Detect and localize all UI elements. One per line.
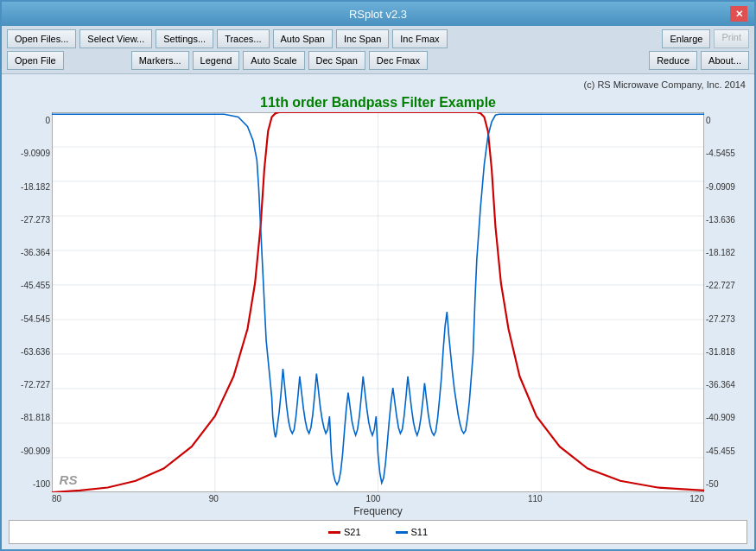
- y-right-tick-3: -13.636: [706, 215, 747, 225]
- y-left-tick-5: -45.455: [9, 281, 50, 290]
- y-left-tick-9: -81.818: [9, 413, 50, 422]
- y-left-tick-10: -90.909: [9, 446, 50, 456]
- auto-span-button[interactable]: Auto Span: [273, 29, 333, 48]
- x-axis-area: 80 90 100 110 120 Frequency: [52, 492, 704, 517]
- x-tick-90: 90: [209, 494, 219, 504]
- y-right-tick-5: -22.727: [706, 281, 747, 290]
- y-right-tick-1: -4.5455: [706, 149, 747, 158]
- x-axis-label: Frequency: [52, 505, 704, 517]
- y-right-tick-9: -40.909: [706, 413, 747, 422]
- y-right-tick-2: -9.0909: [706, 182, 747, 192]
- about-button[interactable]: About...: [701, 51, 749, 70]
- y-right-tick-4: -18.182: [706, 248, 747, 257]
- legend-label-s21: S21: [344, 527, 361, 537]
- y-right-tick-11: -50: [706, 479, 747, 489]
- dec-span-button[interactable]: Dec Span: [308, 51, 365, 70]
- toolbar-row-2: Open File Markers... Legend Auto Scale D…: [7, 51, 749, 70]
- y-left-tick-11: -100: [9, 479, 50, 489]
- y-right-tick-10: -45.455: [706, 446, 747, 456]
- x-tick-110: 110: [528, 494, 543, 504]
- y-left-tick-2: -18.182: [9, 182, 50, 192]
- chart-plot-area: RS: [52, 112, 704, 492]
- y-right-tick-8: -36.364: [706, 380, 747, 390]
- y-right-tick-6: -27.273: [706, 314, 747, 324]
- content-area: (c) RS Microwave Company, Inc. 2014 11th…: [2, 74, 754, 549]
- reduce-button[interactable]: Reduce: [649, 51, 697, 70]
- y-axis-right: 0 -4.5455 -9.0909 -13.636 -18.182 -22.72…: [704, 112, 749, 492]
- inc-fmax-button[interactable]: Inc Fmax: [392, 29, 447, 48]
- y-right-tick-0: 0: [706, 116, 747, 125]
- enlarge-button[interactable]: Enlarge: [662, 29, 710, 48]
- legend-color-s21: [328, 531, 340, 534]
- settings-button[interactable]: Settings...: [156, 29, 213, 48]
- inc-span-button[interactable]: Inc Span: [336, 29, 389, 48]
- y-axis-left: 0 -9.0909 -18.182 -27.273 -36.364 -45.45…: [7, 112, 52, 492]
- y-left-tick-0: 0: [9, 116, 50, 125]
- print-button-disabled: Print: [714, 29, 749, 48]
- chart-title: 11th order Bandpass Filter Example: [7, 92, 749, 112]
- legend-bar: S21 S11: [9, 520, 747, 544]
- y-left-tick-3: -27.273: [9, 215, 50, 225]
- select-view-button[interactable]: Select View...: [79, 29, 152, 48]
- markers-button[interactable]: Markers...: [131, 51, 189, 70]
- legend-item-s11: S11: [396, 527, 429, 537]
- close-button[interactable]: ✕: [730, 6, 747, 22]
- chart-svg: RS: [52, 112, 704, 492]
- y-left-tick-8: -72.727: [9, 380, 50, 390]
- svg-text:RS: RS: [60, 472, 79, 487]
- toolbar-row-1: Open Files... Select View... Settings...…: [7, 29, 749, 48]
- x-tick-100: 100: [366, 494, 381, 504]
- auto-scale-button[interactable]: Auto Scale: [243, 51, 304, 70]
- legend-label-s11: S11: [411, 527, 429, 537]
- y-right-tick-7: -31.818: [706, 347, 747, 357]
- traces-button[interactable]: Traces...: [217, 29, 269, 48]
- x-tick-80: 80: [52, 494, 61, 504]
- dec-fmax-button[interactable]: Dec Fmax: [369, 51, 428, 70]
- open-file-button[interactable]: Open File: [7, 51, 64, 70]
- legend-color-s11: [396, 531, 408, 534]
- open-files-button[interactable]: Open Files...: [7, 29, 76, 48]
- window-title: RSplot v2.3: [26, 8, 730, 21]
- y-left-tick-6: -54.545: [9, 314, 50, 324]
- y-left-tick-7: -63.636: [9, 347, 50, 357]
- x-tick-120: 120: [689, 494, 704, 504]
- y-left-tick-1: -9.0909: [9, 149, 50, 158]
- legend-item-s21: S21: [328, 527, 361, 537]
- title-bar: RSplot v2.3 ✕: [2, 2, 754, 26]
- legend-button[interactable]: Legend: [193, 51, 240, 70]
- y-left-tick-4: -36.364: [9, 248, 50, 257]
- copyright-text: (c) RS Microwave Company, Inc. 2014: [7, 78, 749, 92]
- main-window: RSplot v2.3 ✕ Open Files... Select View.…: [0, 0, 756, 551]
- toolbar: Open Files... Select View... Settings...…: [2, 26, 754, 74]
